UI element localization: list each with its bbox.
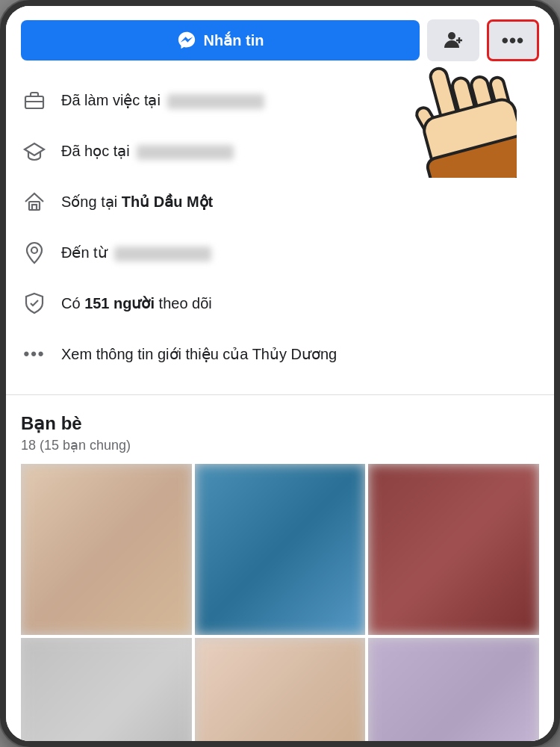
messenger-label: Nhắn tin bbox=[204, 31, 264, 49]
home-text: Sống tại Thủ Dầu Một bbox=[61, 192, 213, 211]
screen: Nhắn tin ••• bbox=[6, 6, 554, 741]
friend-thumb-1[interactable] bbox=[21, 464, 192, 635]
friends-section: Bạn bè 18 (15 bạn chung) bbox=[6, 403, 554, 741]
more-dots-label: ••• bbox=[502, 29, 524, 52]
person-icon bbox=[443, 30, 464, 51]
briefcase-icon bbox=[21, 87, 48, 114]
school-icon bbox=[21, 137, 48, 164]
more-intro-item[interactable]: ••• Xem thông tin giới thiệu của Thủy Dư… bbox=[21, 329, 539, 379]
friend-thumb-6[interactable] bbox=[368, 638, 539, 741]
action-bar: Nhắn tin ••• bbox=[6, 6, 554, 72]
info-section: Đã làm việc tại Đã học tại bbox=[6, 72, 554, 387]
school-text: Đã học tại bbox=[61, 141, 234, 161]
section-divider bbox=[6, 394, 554, 395]
dots-icon: ••• bbox=[21, 341, 48, 368]
home-icon bbox=[21, 188, 48, 215]
home-info-item: Sống tại Thủ Dầu Một bbox=[21, 176, 539, 227]
add-friend-button[interactable] bbox=[427, 19, 479, 61]
messenger-button[interactable]: Nhắn tin bbox=[21, 20, 420, 61]
friend-thumb-2[interactable] bbox=[195, 464, 366, 635]
friends-count: 18 (15 bạn chung) bbox=[21, 437, 539, 453]
friend-thumb-3[interactable] bbox=[368, 464, 539, 635]
friends-grid bbox=[21, 464, 539, 741]
svg-rect-13 bbox=[32, 205, 37, 210]
followers-text: Có 151 người theo dõi bbox=[61, 294, 212, 313]
more-options-button[interactable]: ••• bbox=[487, 19, 539, 61]
friend-thumb-5[interactable] bbox=[195, 638, 366, 741]
more-intro-text: Xem thông tin giới thiệu của Thủy Dương bbox=[61, 344, 337, 364]
phone-frame: Nhắn tin ••• bbox=[0, 0, 560, 747]
svg-point-14 bbox=[31, 247, 37, 253]
svg-point-0 bbox=[448, 32, 455, 40]
friend-thumb-4[interactable] bbox=[21, 638, 192, 741]
from-info-item: Đến từ bbox=[21, 227, 539, 278]
shield-icon bbox=[21, 290, 48, 317]
messenger-icon bbox=[177, 31, 196, 50]
followers-info-item: Có 151 người theo dõi bbox=[21, 278, 539, 329]
work-text: Đã làm việc tại bbox=[61, 90, 264, 110]
school-info-item: Đã học tại bbox=[21, 125, 539, 176]
friends-title: Bạn bè bbox=[21, 413, 539, 434]
svg-rect-12 bbox=[29, 202, 40, 210]
location-icon bbox=[21, 239, 48, 266]
work-info-item: Đã làm việc tại bbox=[21, 75, 539, 125]
from-text: Đến từ bbox=[61, 243, 211, 262]
